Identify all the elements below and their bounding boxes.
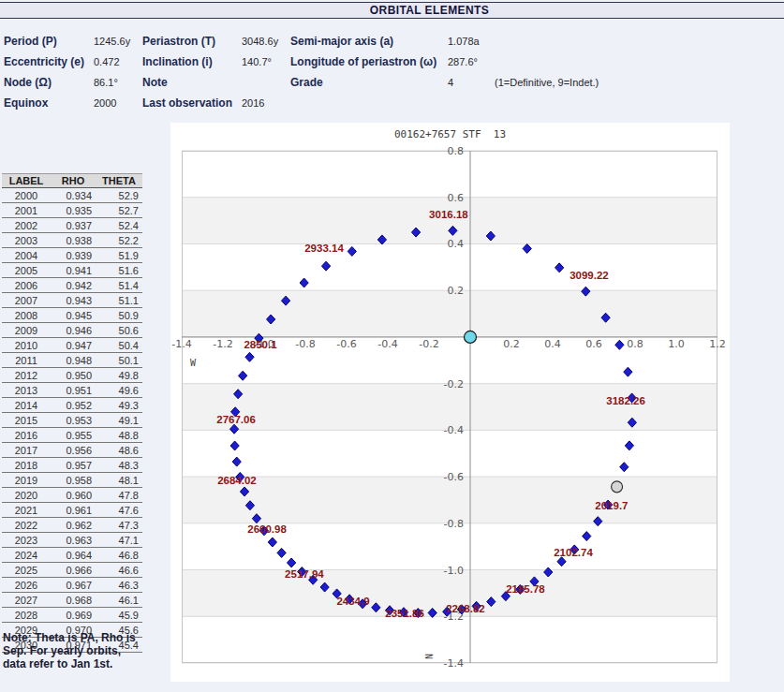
- table-row: 20160.95548.8: [2, 428, 142, 443]
- ephemeris-table-body: 20000.93452.920010.93552.720020.93752.42…: [2, 188, 142, 653]
- table-row: 20180.95748.3: [2, 458, 142, 473]
- cell-label: 2028: [2, 608, 51, 623]
- cell-theta: 46.1: [96, 593, 142, 608]
- cell-label: 2006: [2, 278, 51, 293]
- x-tick-label: -0.8: [295, 338, 315, 350]
- cell-theta: 52.9: [96, 188, 142, 203]
- cell-theta: 49.8: [96, 368, 142, 383]
- y-tick-label: 0.6: [448, 192, 465, 204]
- cell-theta: 47.1: [96, 533, 142, 548]
- cell-theta: 52.7: [96, 203, 142, 218]
- cell-rho: 0.951: [51, 383, 96, 398]
- orbit-page: ORBITAL ELEMENTS Period (P) 1245.6y Peri…: [0, 0, 784, 692]
- table-row: 20240.96446.8: [2, 548, 142, 563]
- cell-rho: 0.946: [51, 323, 96, 338]
- cell-rho: 0.964: [51, 548, 96, 563]
- cell-label: 2026: [2, 578, 51, 593]
- cell-theta: 48.3: [96, 458, 142, 473]
- y-tick-label: -1.4: [444, 657, 464, 670]
- col-header-label: LABEL: [2, 174, 51, 188]
- chart-title: 00162+7657 STF 13: [170, 128, 730, 140]
- cell-theta: 51.9: [96, 248, 142, 263]
- table-row: 20150.95349.1: [2, 413, 142, 428]
- orbit-point: [625, 441, 633, 450]
- table-row: 20250.96646.6: [2, 563, 142, 578]
- epoch-label: 2434.9: [336, 596, 369, 607]
- period-value: 1245.6y: [94, 36, 130, 47]
- cell-rho: 0.966: [51, 563, 96, 578]
- equinox-label: Equinox: [4, 96, 48, 110]
- table-header-row: LABEL RHO THETA: [2, 174, 142, 188]
- epoch-label: 2850.1: [244, 339, 277, 350]
- grid-band: [182, 198, 717, 244]
- cell-theta: 47.8: [96, 488, 142, 503]
- longitude-periastron-label: Longitude of periastron (ω): [290, 55, 436, 68]
- table-row: 20000.93452.9: [2, 188, 142, 203]
- orbit-point: [615, 340, 624, 349]
- grade-value: 4: [448, 77, 453, 88]
- west-axis-letter: W: [190, 358, 197, 368]
- table-row: 20100.94750.4: [2, 338, 142, 353]
- epoch-label: 2185.78: [506, 583, 545, 595]
- cell-rho: 0.948: [51, 353, 96, 368]
- footnote: Note: Theta is PA, Rho is Sep. For yearl…: [3, 631, 145, 670]
- cell-label: 2009: [2, 323, 51, 338]
- semimajor-label: Semi-major axis (a): [290, 35, 393, 48]
- cell-label: 2023: [2, 533, 51, 548]
- node-label: Node (Ω): [4, 76, 52, 89]
- cell-theta: 51.4: [96, 278, 142, 293]
- cell-theta: 46.6: [96, 563, 142, 578]
- cell-label: 2001: [2, 203, 51, 218]
- grid-band: [182, 384, 717, 431]
- last-observation-value: 2016: [242, 97, 264, 109]
- equinox-value: 2000: [94, 97, 116, 109]
- note-label: Note: [142, 76, 168, 89]
- x-tick-label: 0.6: [585, 338, 602, 350]
- y-tick-label: 0.4: [448, 238, 465, 250]
- cell-label: 2013: [2, 383, 51, 398]
- x-tick-label: -0.4: [377, 338, 397, 350]
- cell-theta: 49.1: [96, 413, 142, 428]
- cell-rho: 0.935: [51, 203, 96, 218]
- table-row: 20220.96247.3: [2, 518, 142, 533]
- cell-rho: 0.952: [51, 398, 96, 413]
- table-row: 20020.93752.4: [2, 218, 142, 233]
- cell-theta: 48.1: [96, 473, 142, 488]
- cell-rho: 0.934: [51, 188, 96, 203]
- epoch-label: 2268.82: [446, 603, 485, 614]
- y-tick-label: -0.2: [444, 378, 464, 390]
- period-label: Period (P): [4, 35, 57, 48]
- cell-label: 2012: [2, 368, 51, 383]
- table-row: 20210.96147.6: [2, 503, 142, 518]
- primary-star-marker: [465, 331, 477, 343]
- y-tick-label: -0.8: [444, 518, 464, 530]
- epoch-label: 2351.86: [385, 608, 424, 619]
- orbit-point: [624, 367, 632, 376]
- epoch-label: 2933.14: [304, 243, 344, 254]
- epoch-label: 3182.26: [606, 395, 645, 406]
- periastron-value: 3048.6y: [242, 36, 278, 47]
- table-row: 20260.96746.3: [2, 578, 142, 593]
- cell-rho: 0.969: [51, 608, 96, 623]
- orbit-point: [239, 371, 247, 380]
- cell-theta: 51.6: [96, 263, 142, 278]
- cell-rho: 0.955: [51, 428, 96, 443]
- cell-label: 2014: [2, 398, 51, 413]
- x-tick-label: -0.6: [336, 338, 356, 350]
- x-tick-label: -1.2: [213, 338, 232, 350]
- page-title: ORBITAL ELEMENTS: [0, 2, 784, 19]
- orbit-point: [268, 537, 276, 547]
- cell-rho: 0.942: [51, 278, 96, 293]
- eccentricity-value: 0.472: [94, 56, 120, 67]
- cell-rho: 0.937: [51, 218, 96, 233]
- cell-rho: 0.938: [51, 233, 96, 248]
- table-row: 20230.96347.1: [2, 533, 142, 548]
- cell-rho: 0.943: [51, 293, 96, 308]
- orbit-point: [245, 352, 254, 361]
- cell-label: 2024: [2, 548, 51, 563]
- cell-theta: 47.3: [96, 518, 142, 533]
- ephemeris-table: LABEL RHO THETA 20000.93452.920010.93552…: [2, 173, 142, 653]
- orbit-point: [277, 548, 286, 557]
- last-observation-label: Last observation: [142, 96, 232, 110]
- cell-theta: 47.6: [96, 503, 142, 518]
